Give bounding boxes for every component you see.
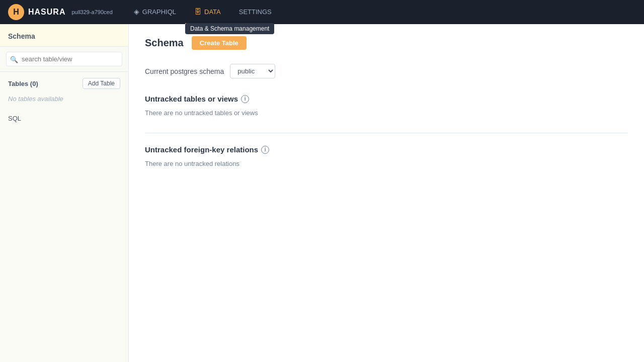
- tab-graphiql[interactable]: ◈ GRAPHIQL: [125, 0, 185, 24]
- main-layout: Schema 🔍 Tables (0) Add Table No tables …: [0, 24, 644, 362]
- untracked-views-title: Untracked tables or views i: [145, 95, 628, 103]
- untracked-relations-empty: There are no untracked relations: [145, 160, 628, 167]
- page-title: Schema: [145, 37, 184, 49]
- untracked-relations-info-icon[interactable]: i: [261, 146, 269, 154]
- tab-graphiql-label: GRAPHIQL: [142, 8, 176, 16]
- search-icon: 🔍: [10, 55, 18, 63]
- data-icon: 🗄: [194, 8, 201, 16]
- untracked-relations-section: Untracked foreign-key relations i There …: [145, 145, 628, 167]
- untracked-views-section: Untracked tables or views i There are no…: [145, 95, 628, 117]
- untracked-views-title-text: Untracked tables or views: [145, 95, 238, 103]
- brand-version: pull329-a790ced: [71, 9, 112, 15]
- logo: H HASURA pull329-a790ced: [8, 4, 113, 20]
- page-header: Schema Create Table: [145, 36, 628, 50]
- sidebar-item-sql[interactable]: SQL: [0, 109, 128, 128]
- untracked-relations-title-text: Untracked foreign-key relations: [145, 145, 258, 154]
- tab-data-label: DATA: [204, 8, 221, 16]
- graphiql-icon: ◈: [134, 8, 139, 16]
- untracked-views-info-icon[interactable]: i: [241, 95, 249, 103]
- sidebar-search-container: 🔍: [0, 47, 128, 72]
- brand-name: HASURA: [28, 8, 65, 17]
- main-content: Schema Create Table Current postgres sch…: [129, 24, 644, 362]
- search-input[interactable]: [6, 52, 122, 66]
- untracked-views-empty: There are no untracked tables or views: [145, 109, 628, 117]
- tab-data[interactable]: 🗄 DATA Data & Schema management: [185, 0, 230, 24]
- section-divider: [145, 133, 628, 133]
- schema-row-label: Current postgres schema: [145, 67, 224, 75]
- schema-select[interactable]: public: [230, 64, 275, 78]
- add-table-button[interactable]: Add Table: [83, 78, 120, 89]
- tab-settings-label: SETTINGS: [239, 8, 272, 16]
- tab-settings[interactable]: SETTINGS: [230, 0, 281, 24]
- logo-icon: H: [8, 4, 24, 20]
- no-tables-text: No tables available: [0, 93, 128, 105]
- sidebar: Schema 🔍 Tables (0) Add Table No tables …: [0, 24, 129, 362]
- schema-row: Current postgres schema public: [145, 64, 628, 78]
- untracked-relations-title: Untracked foreign-key relations i: [145, 145, 628, 154]
- create-table-button[interactable]: Create Table: [192, 36, 247, 50]
- top-navbar: H HASURA pull329-a790ced ◈ GRAPHIQL 🗄 DA…: [0, 0, 644, 24]
- sidebar-section-label: Schema: [0, 24, 128, 47]
- tables-label: Tables (0): [8, 80, 38, 87]
- nav-tabs: ◈ GRAPHIQL 🗄 DATA Data & Schema manageme…: [125, 0, 281, 24]
- sidebar-tables-row: Tables (0) Add Table: [0, 72, 128, 93]
